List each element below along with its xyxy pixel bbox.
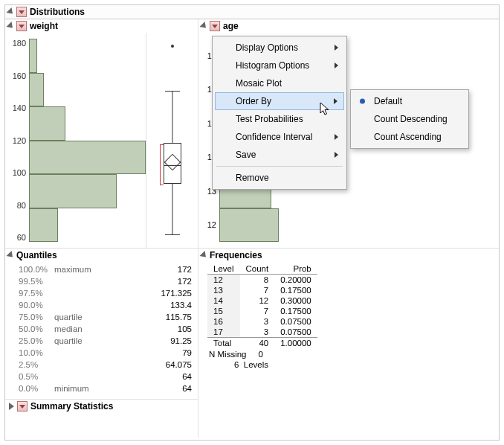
menu-save[interactable]: Save xyxy=(215,146,344,164)
age-title: age xyxy=(223,21,239,31)
quantiles-header[interactable]: Quantiles xyxy=(5,249,198,262)
age-context-menu[interactable]: Display Options Histogram Options Mosaic… xyxy=(212,36,347,190)
weight-histogram[interactable] xyxy=(29,33,146,248)
weight-header[interactable]: weight xyxy=(5,19,198,33)
boxplot-whisker xyxy=(172,184,172,234)
quantiles-table: 100.0%maximum172 99.5%172 97.5%171.325 9… xyxy=(5,262,198,399)
quantile-row: 90.0%133.4 xyxy=(19,299,192,311)
submenu-arrow-icon xyxy=(335,152,338,158)
menu-test-probabilities[interactable]: Test Probabilities xyxy=(215,110,344,128)
submenu-count-descending[interactable]: Count Descending xyxy=(353,110,466,128)
disclosure-triangle-icon[interactable] xyxy=(9,403,14,410)
red-triangle-menu-icon[interactable] xyxy=(210,21,220,31)
boxplot-whisker xyxy=(172,91,172,143)
col-level: Level xyxy=(207,263,240,275)
boxplot-whisker-cap xyxy=(165,234,180,235)
boxplot-bracket xyxy=(160,144,164,185)
menu-order-by[interactable]: Order By xyxy=(215,92,344,110)
disclosure-triangle-icon[interactable] xyxy=(6,22,15,31)
boxplot-median xyxy=(164,165,181,166)
freq-row: 1370.17500 xyxy=(207,285,317,295)
freq-row: 1630.07500 xyxy=(207,316,317,327)
quantile-row: 75.0%quartile115.75 xyxy=(19,311,192,323)
n-levels: 6 Levels xyxy=(207,359,494,369)
quantile-row: 100.0%maximum172 xyxy=(19,263,192,275)
quantile-row: 50.0%median105 xyxy=(19,323,192,335)
red-triangle-menu-icon[interactable] xyxy=(16,7,27,17)
submenu-arrow-icon xyxy=(335,134,338,140)
weight-boxplot[interactable] xyxy=(146,33,198,248)
quantiles-title: Quantiles xyxy=(16,250,57,260)
disclosure-triangle-icon[interactable] xyxy=(199,251,208,260)
submenu-arrow-icon xyxy=(334,98,337,104)
frequencies-title: Frequencies xyxy=(210,250,262,260)
freq-header-row: Level Count Prob xyxy=(207,263,317,275)
menu-separator xyxy=(216,166,343,167)
quantile-row: 25.0%quartile91.25 xyxy=(19,335,192,347)
hist-bar[interactable] xyxy=(29,73,44,107)
summary-stats-header[interactable]: Summary Statistics xyxy=(5,399,198,413)
freq-row: 1730.07500 xyxy=(207,327,317,338)
hist-bar[interactable] xyxy=(29,106,65,141)
quantile-row: 10.0%79 xyxy=(19,347,192,359)
col-count: Count xyxy=(240,263,275,275)
menu-display-options[interactable]: Display Options xyxy=(215,39,344,57)
quantile-row: 0.5%64 xyxy=(19,371,192,382)
freq-row: 14120.30000 xyxy=(207,295,317,306)
red-triangle-menu-icon[interactable] xyxy=(16,21,27,31)
disclosure-triangle-icon[interactable] xyxy=(6,7,15,16)
distributions-title: Distributions xyxy=(30,7,85,17)
submenu-count-ascending[interactable]: Count Ascending xyxy=(353,128,466,146)
hist-bar[interactable] xyxy=(29,208,58,243)
red-triangle-menu-icon[interactable] xyxy=(17,401,28,412)
freq-total-row: Total401.00000 xyxy=(207,338,317,349)
quantile-row: 99.5%172 xyxy=(19,275,192,287)
distributions-header[interactable]: Distributions xyxy=(5,5,499,19)
weight-chart[interactable]: 180 160 140 120 100 80 60 xyxy=(5,33,198,249)
frequencies-table: Level Count Prob 1280.20000 1370.17500 1… xyxy=(198,262,499,374)
hist-bar[interactable] xyxy=(29,39,37,73)
hist-bar[interactable] xyxy=(29,174,117,208)
summary-stats-title: Summary Statistics xyxy=(30,401,113,412)
disclosure-triangle-icon[interactable] xyxy=(6,251,15,260)
submenu-default[interactable]: Default xyxy=(353,92,466,110)
quantile-row: 97.5%171.325 xyxy=(19,287,192,299)
disclosure-triangle-icon[interactable] xyxy=(199,22,208,31)
quantile-row: 2.5%64.075 xyxy=(19,359,192,371)
hist-bar[interactable] xyxy=(219,208,279,243)
boxplot-outlier xyxy=(171,45,174,48)
n-missing: N Missing 0 xyxy=(207,348,494,359)
menu-histogram-options[interactable]: Histogram Options xyxy=(215,57,344,74)
weight-title: weight xyxy=(30,21,58,31)
col-prob: Prob xyxy=(274,263,317,275)
age-header[interactable]: age xyxy=(198,19,499,33)
freq-row: 1570.17500 xyxy=(207,306,317,316)
submenu-arrow-icon xyxy=(335,63,338,68)
radio-selected-icon xyxy=(360,99,365,104)
frequencies-header[interactable]: Frequencies xyxy=(198,249,499,262)
menu-remove[interactable]: Remove xyxy=(215,169,344,187)
weight-column: weight 180 160 140 120 100 80 60 xyxy=(5,19,198,438)
freq-row: 1280.20000 xyxy=(207,275,317,286)
order-by-submenu[interactable]: Default Count Descending Count Ascending xyxy=(350,89,469,149)
hist-bar[interactable] xyxy=(29,141,146,175)
menu-confidence-interval[interactable]: Confidence Interval xyxy=(215,128,344,146)
submenu-arrow-icon xyxy=(335,45,338,51)
quantile-row: 0.0%minimum64 xyxy=(19,382,192,394)
menu-mosaic-plot[interactable]: Mosaic Plot xyxy=(215,74,344,92)
weight-axis-labels: 180 160 140 120 100 80 60 xyxy=(5,33,29,248)
